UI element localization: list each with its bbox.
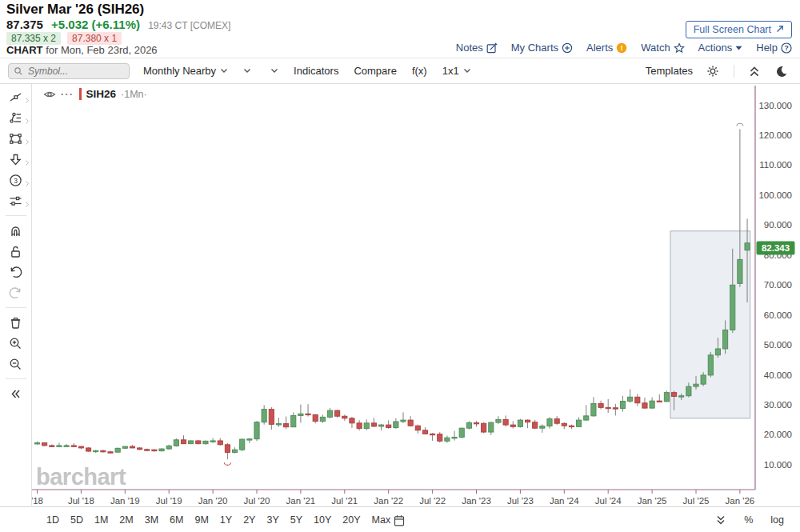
- svg-text:100.000: 100.000: [758, 190, 792, 200]
- range-9m[interactable]: 9M: [194, 514, 208, 526]
- collapse-toolbar-icon[interactable]: [748, 64, 762, 78]
- search-icon: [14, 66, 23, 76]
- aggregation-dropdown[interactable]: [243, 68, 251, 74]
- range-3y[interactable]: 3Y: [266, 514, 278, 526]
- svg-text:40.000: 40.000: [764, 370, 792, 380]
- chart-type-dropdown[interactable]: [266, 68, 278, 74]
- svg-text:Jul '18: Jul '18: [68, 496, 94, 506]
- compare-button[interactable]: Compare: [354, 65, 396, 77]
- sidebar-divider: [6, 215, 26, 216]
- quote-header: Silver Mar '26 (SIH26) 87.375 +5.032 (+6…: [0, 0, 800, 58]
- search-input[interactable]: [26, 65, 124, 78]
- sidebar-zoom-in-button[interactable]: [2, 333, 30, 354]
- chevron-right-icon: [25, 114, 30, 122]
- link-watch[interactable]: Watch: [641, 42, 684, 54]
- grid-layout-dropdown[interactable]: 1x1: [442, 65, 471, 77]
- range-2y[interactable]: 2Y: [243, 514, 255, 526]
- collapse-bottombar-icon[interactable]: [715, 514, 726, 526]
- svg-text:Jan '22: Jan '22: [374, 496, 403, 506]
- sidebar-elliott-wave-tool[interactable]: 3: [2, 170, 30, 190]
- range-5y[interactable]: 5Y: [290, 514, 302, 526]
- sidebar-trendline-tool[interactable]: [2, 86, 30, 107]
- legend-symbol: SIH26: [86, 88, 117, 100]
- sidebar-zoom-out-button[interactable]: [2, 354, 30, 374]
- svg-text:20.000: 20.000: [764, 430, 792, 439]
- svg-text:Jul '20: Jul '20: [244, 496, 270, 506]
- svg-text:'18: '18: [32, 496, 43, 506]
- gear-icon[interactable]: [706, 64, 720, 78]
- svg-text:Jan '24: Jan '24: [550, 496, 579, 506]
- percent-scale-button[interactable]: %: [744, 514, 753, 526]
- range-1d[interactable]: 1D: [46, 514, 59, 526]
- range-5d[interactable]: 5D: [70, 514, 83, 526]
- svg-text:Jan '19: Jan '19: [110, 496, 140, 506]
- sidebar-shape-tool[interactable]: [2, 128, 30, 149]
- range-2m[interactable]: 2M: [119, 514, 133, 526]
- range-max[interactable]: Max: [372, 514, 391, 526]
- svg-text:120.000: 120.000: [758, 130, 792, 140]
- sidebar-delete-tool[interactable]: [2, 312, 30, 333]
- candlestick-chart[interactable]: barchart130.000120.000110.000100.00090.0…: [32, 84, 800, 506]
- ask-quote: 87.380 x 1: [67, 32, 122, 45]
- svg-text:Jan '26: Jan '26: [726, 496, 755, 506]
- alert-badge-icon: !: [616, 42, 627, 54]
- sidebar-unlock-tool[interactable]: [2, 241, 30, 262]
- range-1m[interactable]: 1M: [94, 514, 108, 526]
- indicators-button[interactable]: Indicators: [294, 65, 338, 77]
- expressions-button[interactable]: f(x): [412, 65, 427, 77]
- svg-text:10.000: 10.000: [764, 460, 792, 470]
- expand-icon: [776, 24, 784, 35]
- current-price-flag: 82.343: [757, 241, 795, 254]
- sidebar-collapse-sidebar-button[interactable]: [2, 383, 30, 404]
- svg-text:82.343: 82.343: [762, 243, 790, 253]
- chart-date: for Mon, Feb 23rd, 2026: [46, 44, 157, 56]
- link-actions[interactable]: Actions: [698, 42, 743, 54]
- link-label: My Charts: [511, 42, 558, 54]
- log-scale-button[interactable]: log: [770, 514, 784, 526]
- svg-text:Jan '23: Jan '23: [462, 496, 491, 506]
- quote-time: 19:43 CT [COMEX]: [148, 20, 230, 31]
- range-20y[interactable]: 20Y: [342, 514, 360, 526]
- svg-text:!: !: [621, 44, 623, 52]
- link-help[interactable]: Help?: [756, 42, 792, 54]
- question-circle-icon: ?: [781, 42, 792, 54]
- sidebar-divider: [6, 378, 26, 379]
- sidebar-measure-tool[interactable]: [2, 190, 30, 211]
- link-my-charts[interactable]: My Charts: [511, 42, 573, 54]
- sidebar-arrow-tool[interactable]: [2, 149, 30, 170]
- link-label: Notes: [456, 42, 483, 54]
- sidebar-magnet-tool[interactable]: [2, 220, 30, 241]
- chevron-right-icon: [25, 176, 30, 184]
- selection-box[interactable]: [670, 231, 750, 418]
- svg-text:50.000: 50.000: [764, 340, 792, 350]
- chevron-right-icon: [25, 197, 30, 205]
- full-screen-chart-button[interactable]: Full Screen Chart: [686, 21, 792, 38]
- svg-text:Jan '21: Jan '21: [286, 496, 316, 506]
- chevron-down-icon: [463, 68, 471, 74]
- svg-text:110.000: 110.000: [759, 160, 792, 170]
- templates-button[interactable]: Templates: [646, 65, 693, 77]
- grid-layout-label: 1x1: [442, 65, 459, 77]
- symbol-search[interactable]: [8, 63, 130, 79]
- sidebar-undo-button[interactable]: [2, 262, 30, 282]
- dark-mode-icon[interactable]: [775, 64, 789, 78]
- price-axis: 130.000120.000110.000100.00090.00080.000…: [755, 86, 792, 490]
- frequency-dropdown[interactable]: Monthly Nearby: [143, 65, 228, 77]
- time-axis: '18Jul '18Jan '19Jul '19Jan '20Jul '20Ja…: [32, 490, 755, 506]
- legend-menu-icon[interactable]: ···: [61, 89, 74, 100]
- chevron-down-icon: [270, 68, 278, 74]
- range-1y[interactable]: 1Y: [220, 514, 232, 526]
- svg-text:Jul '23: Jul '23: [507, 496, 534, 506]
- chart-legend: ··· SIH26 ·1Mn·: [43, 88, 147, 100]
- candlestick-plot: [34, 129, 750, 459]
- range-6m[interactable]: 6M: [170, 514, 183, 526]
- link-notes[interactable]: Notes: [456, 42, 498, 54]
- svg-text:Jan '25: Jan '25: [638, 496, 667, 506]
- range-3m[interactable]: 3M: [145, 514, 158, 526]
- range-10y[interactable]: 10Y: [314, 514, 331, 526]
- sidebar-annotation-tool[interactable]: [2, 107, 30, 128]
- link-alerts[interactable]: Alerts!: [586, 42, 627, 54]
- bid-ask-row: 87.335 x 2 87.380 x 1: [6, 32, 122, 45]
- visibility-eye-icon[interactable]: [43, 90, 56, 99]
- calendar-icon[interactable]: [394, 514, 405, 526]
